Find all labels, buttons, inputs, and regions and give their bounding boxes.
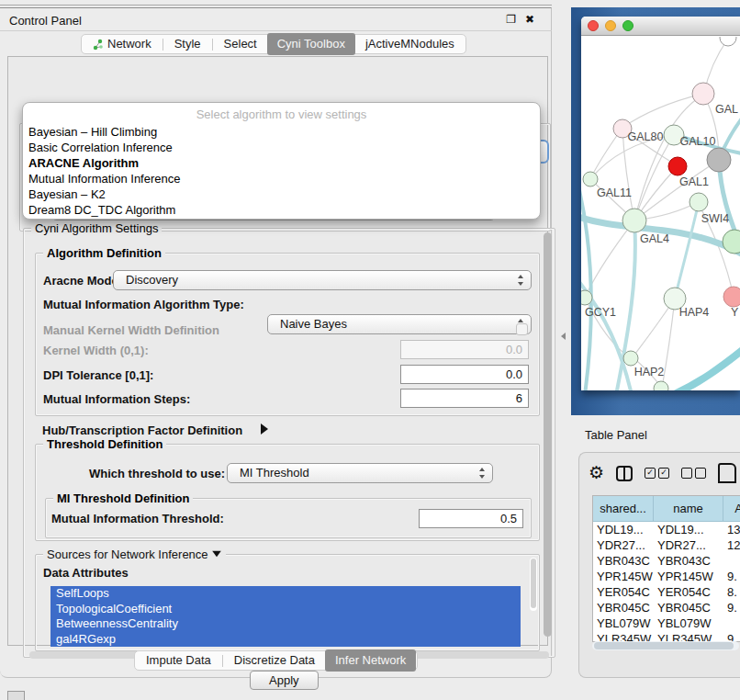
- network-node-hap2[interactable]: [623, 351, 638, 366]
- table-cell[interactable]: YBL079W: [654, 615, 723, 631]
- mi-type-combobox[interactable]: Naive Bayes: [267, 314, 532, 334]
- mi-steps-field[interactable]: 6: [400, 389, 529, 408]
- table-cell[interactable]: YDR27...: [593, 537, 654, 553]
- tab-infer-network[interactable]: Infer Network: [325, 649, 416, 672]
- gear-icon[interactable]: ⚙: [589, 464, 604, 482]
- attribute-item-betweennesscentrality[interactable]: BetweennessCentrality: [50, 616, 521, 632]
- table-row[interactable]: YBR043CYBR043C: [593, 553, 740, 569]
- minimize-traffic-light-icon[interactable]: [605, 20, 616, 31]
- network-window-titlebar[interactable]: [581, 17, 740, 36]
- manual-kernel-checkbox[interactable]: [516, 323, 528, 335]
- network-edge[interactable]: [675, 202, 699, 299]
- table-cell[interactable]: YER054C: [593, 584, 654, 600]
- network-node-gal11[interactable]: [583, 172, 598, 186]
- table-row[interactable]: YPR145WYPR145W9.: [593, 569, 740, 584]
- dropdown-item-bayesian-k2[interactable]: Bayesian – K2: [23, 186, 540, 202]
- table-row[interactable]: YER054CYER054C8.: [593, 584, 740, 600]
- table-row[interactable]: YDR27...YDR27...12: [593, 537, 740, 553]
- network-node-gal4[interactable]: [622, 209, 646, 232]
- network-node-y[interactable]: [723, 287, 740, 307]
- tab-style[interactable]: Style: [164, 34, 211, 54]
- mi-threshold-field[interactable]: 0.5: [419, 509, 523, 528]
- float-window-icon[interactable]: ❐: [506, 13, 516, 26]
- window-buttons: ❐ ✖: [506, 13, 534, 26]
- tab-jactivemnodules[interactable]: jActiveMNodules: [355, 34, 465, 54]
- dropdown-item-mutual-information-inference[interactable]: Mutual Information Inference: [23, 171, 540, 186]
- close-traffic-light-icon[interactable]: [588, 20, 599, 31]
- tab-cyni-toolbox[interactable]: Cyni Toolbox: [267, 33, 355, 55]
- table-cell[interactable]: YBR045C: [593, 600, 654, 615]
- tab-select[interactable]: Select: [214, 34, 267, 54]
- kernel-width-field[interactable]: 0.0: [400, 340, 529, 359]
- settings-scrollbar[interactable]: [544, 232, 552, 648]
- table-cell[interactable]: YPR145W: [593, 569, 654, 584]
- panel-divider-arrow-icon[interactable]: [561, 333, 566, 340]
- table-cell[interactable]: [723, 615, 740, 631]
- table-cell[interactable]: YBL079W: [593, 615, 654, 631]
- network-node[interactable]: [720, 37, 736, 46]
- close-window-icon[interactable]: ✖: [525, 13, 534, 26]
- dpi-tolerance-field[interactable]: 0.0: [400, 365, 529, 384]
- attribute-item-selfloops[interactable]: SelfLoops: [50, 586, 521, 602]
- apply-button[interactable]: Apply: [250, 671, 319, 690]
- aracne-mode-combobox[interactable]: Discovery: [113, 270, 532, 290]
- table-cell[interactable]: 12: [723, 537, 740, 553]
- algorithm-definition-group: Algorithm Definition Aracne Mode: Discov…: [35, 253, 540, 416]
- node-table[interactable]: shared...nameAYDL19...YDL19...13YDR27...…: [592, 495, 740, 642]
- column-header-shared[interactable]: shared...: [593, 496, 654, 521]
- table-cell[interactable]: YBR043C: [654, 553, 723, 569]
- table-cell[interactable]: YBR045C: [654, 600, 723, 615]
- table-cell[interactable]: 8.: [723, 584, 740, 600]
- network-node[interactable]: [654, 381, 668, 390]
- unchecked-checkboxes-icon[interactable]: [681, 468, 706, 479]
- table-cell[interactable]: YPR145W: [654, 569, 723, 584]
- table-cell[interactable]: 9.: [723, 600, 740, 615]
- checked-checkboxes-icon[interactable]: ✓✓: [645, 468, 669, 479]
- network-canvas[interactable]: GALGAL80GAL10GAL1SWI4GAL11GAL4GCY1HAP4YH…: [581, 37, 740, 390]
- network-node[interactable]: [707, 148, 731, 172]
- network-node[interactable]: [723, 230, 740, 254]
- table-row[interactable]: YBR045CYBR045C9.: [593, 600, 740, 615]
- tab-network[interactable]: Network: [83, 34, 162, 54]
- table-cell[interactable]: YDR27...: [654, 537, 723, 553]
- hub-definition-label[interactable]: Hub/Transcription Factor Definition: [42, 423, 242, 437]
- network-node-gal1[interactable]: [668, 157, 687, 175]
- table-cell[interactable]: YBR043C: [593, 553, 654, 569]
- expanded-arrow-icon[interactable]: [212, 551, 221, 557]
- column-header-a[interactable]: A: [723, 496, 740, 521]
- table-cell[interactable]: YDL19...: [593, 522, 654, 537]
- network-node-gal[interactable]: [692, 83, 714, 105]
- dropdown-item-dream8-dc-tdc-algorithm[interactable]: Dream8 DC_TDC Algorithm: [23, 202, 540, 218]
- table-row[interactable]: YDL19...YDL19...13: [593, 522, 740, 537]
- column-header-name[interactable]: name: [654, 496, 723, 521]
- document-icon[interactable]: [718, 463, 736, 483]
- network-edge[interactable]: [668, 345, 740, 390]
- network-edge[interactable]: [622, 94, 703, 128]
- dropdown-item-basic-correlation-inference[interactable]: Basic Correlation Inference: [23, 140, 540, 155]
- sources-group: Sources for Network Inference Data Attri…: [35, 554, 540, 651]
- network-node-gcy1[interactable]: [581, 290, 592, 305]
- table-cell[interactable]: 9.: [723, 569, 740, 584]
- columns-icon[interactable]: [616, 466, 633, 481]
- node-label-hap2: HAP2: [634, 366, 665, 378]
- dropdown-item-aracne-algorithm[interactable]: ARACNE Algorithm: [23, 155, 540, 171]
- table-cell[interactable]: YER054C: [654, 584, 723, 600]
- table-cell[interactable]: [723, 553, 740, 569]
- attribute-item-gal4rgexp[interactable]: gal4RGexp: [50, 632, 521, 648]
- tab-discretize-data[interactable]: Discretize Data: [224, 650, 325, 671]
- dropdown-item-bayesian-hill-climbing[interactable]: Bayesian – Hill Climbing: [23, 124, 540, 140]
- zoom-traffic-light-icon[interactable]: [622, 20, 633, 31]
- network-window: GALGAL80GAL10GAL1SWI4GAL11GAL4GCY1HAP4YH…: [581, 17, 740, 390]
- attributes-scrollbar[interactable]: [530, 558, 537, 611]
- table-cell[interactable]: 13: [723, 522, 740, 537]
- table-horizontal-scrollbar[interactable]: [592, 641, 739, 650]
- tab-impute-data[interactable]: Impute Data: [136, 650, 221, 671]
- network-node-swi4[interactable]: [690, 193, 708, 211]
- table-row[interactable]: YBL079WYBL079W: [593, 615, 740, 631]
- attribute-item-topologicalcoefficient[interactable]: TopologicalCoefficient: [50, 602, 521, 617]
- which-threshold-combobox[interactable]: MI Threshold: [227, 463, 493, 483]
- network-edge[interactable]: [581, 175, 591, 390]
- collapsed-arrow-icon[interactable]: [261, 423, 268, 435]
- docked-panel-icon[interactable]: [7, 691, 25, 700]
- table-cell[interactable]: YDL19...: [654, 522, 723, 537]
